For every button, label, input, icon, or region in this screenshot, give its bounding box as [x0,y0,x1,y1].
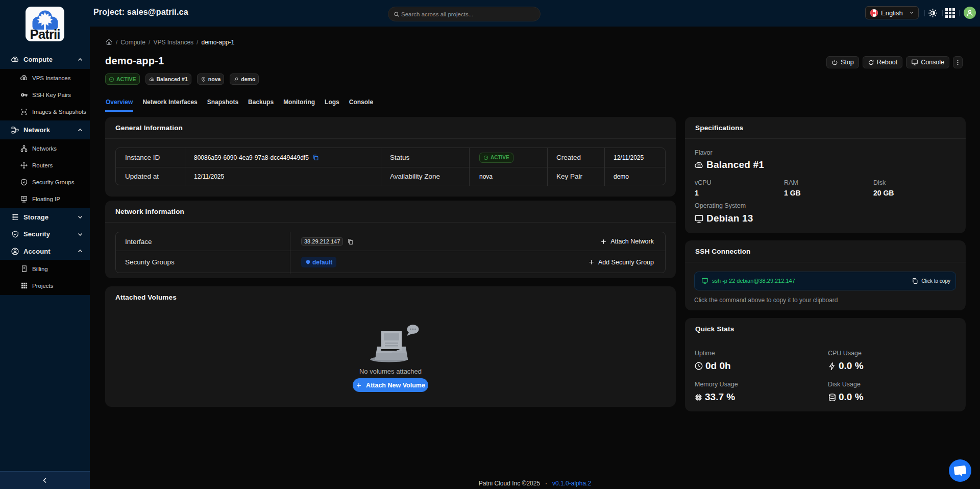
svg-text:Patrii: Patrii [30,27,60,41]
